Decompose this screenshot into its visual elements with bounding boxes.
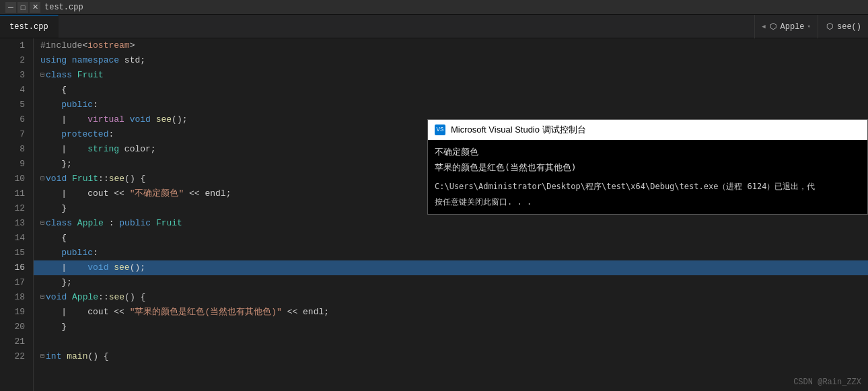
- line-num-22: 22: [0, 349, 25, 364]
- line-num-12: 12: [0, 201, 25, 216]
- tab-filename: test.cpp: [44, 3, 83, 12]
- line-num-17: 17: [0, 275, 25, 290]
- title-bar: ─ □ ✕ test.cpp: [0, 0, 868, 15]
- line-num-4: 4: [0, 83, 25, 98]
- line-num-9: 9: [0, 157, 25, 172]
- debug-line-1: 不确定颜色: [435, 145, 861, 159]
- debug-line-2: 苹果的颜色是红色(当然也有其他色): [435, 161, 861, 175]
- line-num-20: 20: [0, 320, 25, 334]
- line-num-19: 19: [0, 305, 25, 320]
- code-line-4: {: [34, 83, 868, 98]
- code-line-2: using namespace std;: [34, 53, 868, 68]
- line-numbers: 1 2 3 4 5 6 7 8 9 10 11 12 13 14 15 16 1…: [0, 38, 34, 391]
- code-line-1: #include<iostream>: [34, 38, 868, 53]
- line-num-15: 15: [0, 246, 25, 260]
- line-num-1: 1: [0, 38, 25, 53]
- title-controls[interactable]: ─ □ ✕: [5, 2, 40, 13]
- line-num-7: 7: [0, 127, 25, 142]
- code-line-21: [34, 334, 868, 349]
- debug-console: VS Microsoft Visual Studio 调试控制台 不确定颜色 苹…: [427, 119, 868, 215]
- code-area[interactable]: #include<iostream> using namespace std; …: [34, 38, 868, 391]
- code-line-18: ⊟void Apple::see() {: [34, 290, 868, 305]
- tab-test-cpp[interactable]: test.cpp: [0, 15, 59, 38]
- scope-dropdown[interactable]: ◀ ⬡ Apple ▾: [754, 15, 818, 38]
- line-num-5: 5: [0, 98, 25, 112]
- code-line-16: | void see();: [34, 260, 868, 275]
- code-line-19: | cout << "苹果的颜色是红色(当然也有其他色)" << endl;: [34, 305, 868, 320]
- line-num-21: 21: [0, 334, 25, 349]
- maximize-button[interactable]: □: [17, 2, 28, 13]
- method-label: see(): [837, 22, 861, 32]
- code-line-14: {: [34, 231, 868, 246]
- minimize-button[interactable]: ─: [5, 2, 16, 13]
- chevron-down-icon: ▾: [807, 23, 811, 30]
- close-button[interactable]: ✕: [30, 2, 40, 13]
- line-num-10: 10: [0, 172, 25, 186]
- debug-line-4: 按任意键关闭此窗口. . .: [435, 196, 861, 209]
- debug-title: Microsoft Visual Studio 调试控制台: [451, 124, 586, 136]
- vs-icon: VS: [435, 125, 445, 135]
- scope-icon: ⬡: [768, 22, 778, 32]
- line-num-18: 18: [0, 290, 25, 305]
- line-num-11: 11: [0, 186, 25, 201]
- line-num-3: 3: [0, 68, 25, 83]
- code-line-5: public:: [34, 98, 868, 112]
- debug-title-bar: VS Microsoft Visual Studio 调试控制台: [428, 120, 867, 140]
- debug-line-3: C:\Users\Administrator\Desktop\程序\test\x…: [435, 180, 861, 193]
- method-icon: ⬡: [825, 22, 834, 32]
- code-line-22: ⊟int main() {: [34, 349, 868, 364]
- tab-bar: test.cpp ◀ ⬡ Apple ▾ ⬡ see(): [0, 15, 868, 38]
- tab-label: test.cpp: [9, 22, 48, 32]
- editor-container: 1 2 3 4 5 6 7 8 9 10 11 12 13 14 15 16 1…: [0, 38, 868, 391]
- dropdown-area: ◀ ⬡ Apple ▾ ⬡ see(): [754, 15, 868, 38]
- code-line-3: ⊟class Fruit: [34, 68, 868, 83]
- method-dropdown[interactable]: ⬡ see(): [818, 15, 868, 38]
- code-line-20: }: [34, 320, 868, 334]
- code-line-17: };: [34, 275, 868, 290]
- left-arrow-icon: ◀: [762, 23, 765, 30]
- code-line-13: ⊟class Apple : public Fruit: [34, 216, 868, 231]
- line-num-2: 2: [0, 53, 25, 68]
- scope-label: Apple: [781, 22, 805, 32]
- line-num-8: 8: [0, 142, 25, 157]
- line-num-16: 16: [0, 260, 25, 275]
- line-num-6: 6: [0, 112, 25, 127]
- line-num-13: 13: [0, 216, 25, 231]
- line-num-14: 14: [0, 231, 25, 246]
- watermark: CSDN @Rain_ZZX: [793, 378, 861, 387]
- code-line-15: public:: [34, 246, 868, 260]
- debug-content: 不确定颜色 苹果的颜色是红色(当然也有其他色) C:\Users\Adminis…: [428, 140, 867, 214]
